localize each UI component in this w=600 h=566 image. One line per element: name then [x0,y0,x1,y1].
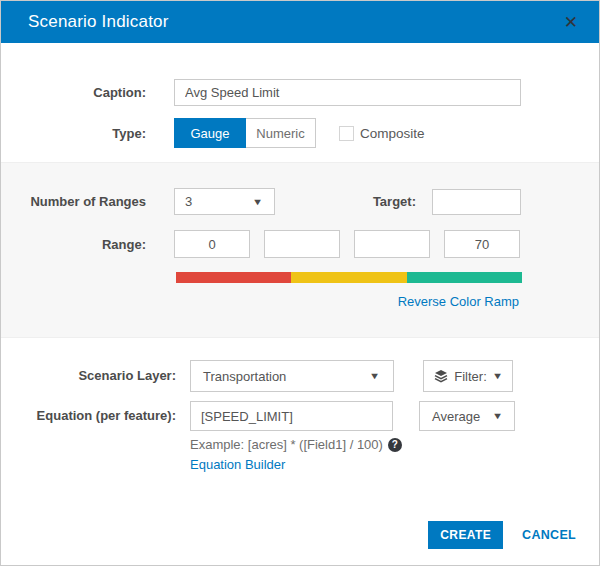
number-of-ranges-label: Number of Ranges [1,194,174,209]
scenario-layer-dropdown[interactable]: Transportation ▼ [190,360,394,392]
ramp-segment-yellow [291,272,406,283]
dialog-title: Scenario Indicator [28,12,169,32]
type-row: Type: Gauge Numeric Composite [1,118,599,148]
layers-icon [434,369,448,383]
chevron-down-icon: ▼ [492,411,503,421]
number-of-ranges-dropdown[interactable]: 3 ▼ [174,188,275,215]
ranges-section: Number of Ranges 3 ▼ Target: Range: Reve… [1,162,599,338]
chevron-down-icon: ▼ [252,197,263,207]
range-label: Range: [1,237,174,252]
scenario-layer-row: Scenario Layer: Transportation ▼ Filter:… [1,360,599,392]
equation-input[interactable] [190,401,393,431]
number-of-ranges-row: Number of Ranges 3 ▼ Target: [1,188,599,215]
target-label: Target: [275,194,432,209]
help-icon[interactable]: ? [388,438,402,452]
target-input[interactable] [432,189,521,215]
equation-row: Equation (per feature): Average ▼ [1,401,599,431]
reverse-color-ramp-row: Reverse Color Ramp [1,294,599,309]
chevron-down-icon: ▼ [369,371,380,381]
range-input-1[interactable] [174,230,250,258]
equation-builder-row: Equation Builder [190,455,599,473]
reverse-color-ramp-link[interactable]: Reverse Color Ramp [398,294,519,309]
aggregate-dropdown[interactable]: Average ▼ [419,401,515,431]
range-input-4[interactable] [444,230,520,258]
composite-option: Composite [339,126,425,141]
number-of-ranges-value: 3 [185,194,192,209]
scenario-indicator-dialog: Scenario Indicator ✕ Caption: Type: Gaug… [0,0,600,566]
equation-label: Equation (per feature): [1,401,190,424]
cancel-button[interactable]: CANCEL [522,528,576,542]
equation-example: Example: [acres] * ([Field1] / 100) ? [190,437,599,452]
chevron-down-icon: ▼ [492,371,503,381]
scenario-layer-label: Scenario Layer: [1,368,190,384]
composite-label: Composite [360,126,425,141]
general-section: Caption: Type: Gauge Numeric Composite [1,43,599,148]
create-button[interactable]: CREATE [428,521,503,549]
scenario-layer-value: Transportation [203,369,286,384]
range-inputs [174,230,520,258]
aggregate-value: Average [432,409,480,424]
caption-input[interactable] [174,79,521,106]
range-input-3[interactable] [354,230,430,258]
type-gauge-button[interactable]: Gauge [174,118,246,148]
range-input-2[interactable] [264,230,340,258]
caption-label: Caption: [1,85,174,100]
ramp-segment-red [176,272,291,283]
filter-button[interactable]: Filter: ▼ [423,360,513,392]
equation-example-text: Example: [acres] * ([Field1] / 100) [190,437,383,452]
dialog-header: Scenario Indicator ✕ [1,1,599,43]
dialog-footer: CREATE CANCEL [1,521,599,549]
type-label: Type: [1,126,174,141]
ramp-segment-green [407,272,522,283]
layer-equation-section: Scenario Layer: Transportation ▼ Filter:… [1,338,599,473]
equation-builder-link[interactable]: Equation Builder [190,457,285,472]
composite-checkbox[interactable] [339,126,354,141]
close-icon[interactable]: ✕ [560,12,582,33]
color-ramp [176,272,522,283]
type-numeric-button[interactable]: Numeric [246,118,316,148]
filter-label: Filter: [454,369,487,384]
caption-row: Caption: [1,79,599,106]
range-row: Range: [1,230,599,258]
